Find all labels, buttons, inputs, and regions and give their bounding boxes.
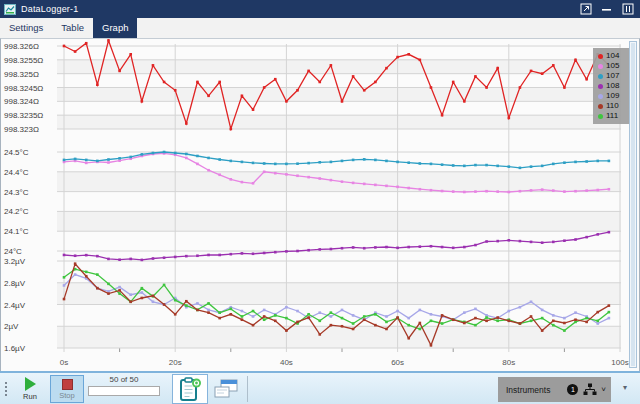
data-point xyxy=(585,160,588,163)
vertical-scrollbar[interactable] xyxy=(629,41,637,368)
data-point xyxy=(363,315,366,318)
data-point xyxy=(552,314,555,317)
data-point xyxy=(218,317,221,320)
data-point xyxy=(574,311,577,314)
data-point xyxy=(341,317,344,320)
data-point xyxy=(307,162,310,165)
cascade-windows-button[interactable] xyxy=(212,377,240,401)
instruments-label: Instruments xyxy=(506,385,550,395)
data-point xyxy=(563,317,566,320)
data-point xyxy=(596,311,599,314)
data-point xyxy=(407,317,410,320)
data-point xyxy=(363,158,366,161)
pop-out-icon[interactable] xyxy=(580,3,592,15)
plot-stripe xyxy=(57,211,621,231)
legend-label: 110 xyxy=(606,101,619,111)
x-axis-tick-label: 20s xyxy=(169,358,182,367)
graph-canvas: 998.326Ω998.3255Ω998.325Ω998.3245Ω998.32… xyxy=(1,39,639,370)
data-point xyxy=(241,181,244,184)
instruments-panel[interactable]: Instruments 1 ˅ xyxy=(498,377,611,402)
data-point xyxy=(530,189,533,192)
data-point xyxy=(230,178,233,181)
scrollbar-thumb[interactable] xyxy=(631,43,635,366)
run-button[interactable]: Run xyxy=(13,375,47,403)
legend-item[interactable]: 105 xyxy=(598,61,632,71)
legend-color-dot xyxy=(598,84,603,89)
data-point xyxy=(207,169,210,172)
data-point xyxy=(496,190,499,193)
data-point xyxy=(596,320,599,323)
data-point xyxy=(574,238,577,241)
data-point xyxy=(608,160,611,163)
legend-item[interactable]: 110 xyxy=(598,101,632,111)
data-point xyxy=(285,173,288,176)
legend-item[interactable]: 104 xyxy=(598,51,632,61)
data-point xyxy=(463,311,466,314)
cascade-windows-icon xyxy=(213,379,239,399)
legend-item[interactable]: 111 xyxy=(598,111,632,121)
data-point xyxy=(207,302,210,305)
data-point xyxy=(118,289,121,292)
data-point xyxy=(230,160,233,163)
data-point xyxy=(107,292,110,295)
y-axis-tick-label: 2.4µV xyxy=(4,301,26,310)
data-point xyxy=(574,161,577,164)
data-point xyxy=(129,293,132,296)
app-chart-icon xyxy=(4,4,16,15)
data-point xyxy=(385,246,388,249)
data-point xyxy=(407,161,410,164)
legend-item[interactable]: 109 xyxy=(598,91,632,101)
data-point xyxy=(508,310,511,313)
data-point xyxy=(463,191,466,194)
data-point xyxy=(407,246,410,249)
data-point xyxy=(318,81,321,84)
data-point xyxy=(563,239,566,242)
data-point xyxy=(141,153,144,156)
data-point xyxy=(563,161,566,164)
data-point xyxy=(519,306,522,309)
y-axis-tick-label: 1.6µV xyxy=(4,344,26,353)
data-point xyxy=(263,162,266,165)
data-point xyxy=(385,321,388,324)
graph-panel: 998.326Ω998.3255Ω998.325Ω998.3245Ω998.32… xyxy=(0,38,640,371)
toolbar-grip-handle[interactable] xyxy=(5,382,8,396)
data-point xyxy=(185,255,188,258)
data-point xyxy=(85,254,88,257)
panel-columns-icon[interactable] xyxy=(622,3,634,15)
data-point xyxy=(152,152,155,155)
data-point xyxy=(608,317,611,320)
data-point xyxy=(496,316,499,319)
data-point xyxy=(252,252,255,255)
tab-graph[interactable]: Graph xyxy=(93,18,137,38)
data-point xyxy=(296,162,299,165)
data-point xyxy=(474,164,477,167)
data-point xyxy=(307,313,310,316)
data-point xyxy=(530,241,533,244)
data-point xyxy=(407,53,410,56)
legend-item[interactable]: 107 xyxy=(598,71,632,81)
data-point xyxy=(363,247,366,250)
data-point xyxy=(230,253,233,256)
data-point xyxy=(508,239,511,242)
data-point xyxy=(330,248,333,251)
legend-item[interactable]: 108 xyxy=(598,81,632,91)
data-point xyxy=(207,95,210,98)
data-point xyxy=(585,78,588,81)
data-point xyxy=(85,159,88,162)
legend-label: 107 xyxy=(606,71,619,81)
minimize-icon[interactable] xyxy=(602,3,612,15)
data-point xyxy=(474,317,477,320)
data-point xyxy=(263,86,266,89)
data-point xyxy=(363,183,366,186)
notes-clipboard-button[interactable] xyxy=(172,374,208,404)
tab-table[interactable]: Table xyxy=(52,18,93,38)
data-point xyxy=(96,287,99,290)
tab-settings[interactable]: Settings xyxy=(0,18,52,38)
data-point xyxy=(496,240,499,243)
data-point xyxy=(519,167,522,170)
data-point xyxy=(596,233,599,236)
toolbar-overflow-chevron-icon[interactable]: ▾ xyxy=(623,383,627,392)
stop-button[interactable]: Stop xyxy=(50,375,84,403)
data-point xyxy=(230,313,233,316)
data-point xyxy=(252,315,255,318)
